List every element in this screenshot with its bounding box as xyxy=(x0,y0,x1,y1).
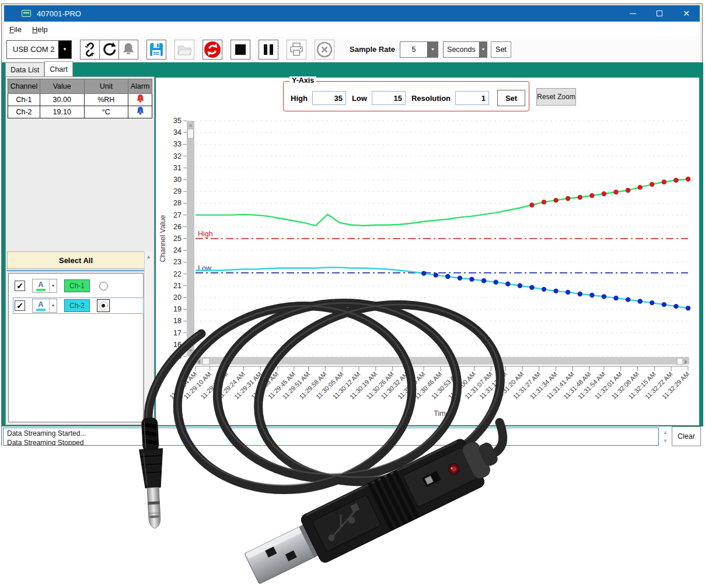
divider xyxy=(7,270,145,271)
led-indicator xyxy=(447,462,461,476)
status-row: Data Streaming Started... Data Streaming… xyxy=(2,426,703,446)
refresh-icon xyxy=(101,41,117,58)
minimize-icon xyxy=(630,13,636,14)
alarm-marker-ch-1 xyxy=(542,200,546,204)
y-tick-label: 17 xyxy=(173,329,182,337)
channel2-label-button[interactable]: Ch-2 xyxy=(64,299,90,312)
chevron-down-icon[interactable]: ▼ xyxy=(49,299,57,312)
channel1-visible-checkbox[interactable]: ✓ xyxy=(15,281,25,291)
sample-rate-unit-select[interactable]: Seconds ▼ xyxy=(443,41,487,58)
y-tick-label: 19 xyxy=(173,305,182,313)
alarm-marker-ch-1 xyxy=(589,193,594,198)
col-header-alarm: Alarm xyxy=(128,79,152,94)
select-all-button[interactable]: Select All xyxy=(7,251,145,269)
alarm-marker-ch-1 xyxy=(613,190,618,194)
channel1-color-picker[interactable]: A ▼ xyxy=(32,279,57,293)
y-tick-label: 21 xyxy=(173,282,182,290)
channel2-color-picker[interactable]: A ▼ xyxy=(32,299,57,313)
channel1-radio[interactable] xyxy=(99,282,108,290)
app-window: 407001-PRO ✕ File Help USB COM 2 ▼ xyxy=(1,4,703,446)
menu-file[interactable]: File xyxy=(4,24,27,35)
y-tick-label: 24 xyxy=(173,246,182,254)
main-content: Data List Chart Channel Value Unit Alarm… xyxy=(2,62,703,426)
sync-icon xyxy=(204,41,221,58)
channel-legend-list: ✓ A ▼ Ch-1 ✓ A ▼ Ch xyxy=(8,273,144,422)
save-button[interactable] xyxy=(146,40,166,60)
sample-rate-label: Sample Rate xyxy=(350,45,395,54)
scroll-thumb[interactable] xyxy=(677,358,683,365)
alarm-marker-ch-2 xyxy=(529,285,534,290)
chart-pane: Y-Axis High Low Resolution Set Reset Zoo… xyxy=(156,78,699,425)
sample-rate-unit: Seconds xyxy=(444,42,479,57)
minimize-button[interactable] xyxy=(619,5,646,22)
panel-scrollbar[interactable]: ▲ ▼ xyxy=(144,251,153,422)
maximize-button[interactable] xyxy=(646,5,673,22)
channel2-radio[interactable] xyxy=(99,302,108,310)
stop-button[interactable] xyxy=(231,40,250,60)
y-tick-label: 27 xyxy=(173,211,182,219)
alarm-marker-ch-1 xyxy=(578,195,582,200)
tab-chart[interactable]: Chart xyxy=(44,61,73,76)
alarm-bell-button[interactable] xyxy=(118,40,138,60)
scroll-thumb[interactable] xyxy=(188,129,194,138)
clear-button[interactable]: Clear xyxy=(672,426,701,446)
print-button[interactable] xyxy=(287,40,306,60)
series-line-ch-1 xyxy=(196,179,688,226)
pause-icon xyxy=(263,44,274,55)
vertical-scrollbar[interactable] xyxy=(187,121,194,356)
alarm-marker-ch-2 xyxy=(469,276,474,281)
usb-dongle xyxy=(240,428,506,588)
sample-rate-value-select[interactable]: 5 ▼ xyxy=(400,41,438,58)
open-file-button[interactable] xyxy=(174,40,194,60)
channel-value: 19.10 xyxy=(40,106,84,118)
com-port-select[interactable]: USB COM 2 ▼ xyxy=(6,40,72,59)
channel1-label-button[interactable]: Ch-1 xyxy=(64,279,90,292)
alarm-marker-ch-1 xyxy=(602,191,606,196)
sample-rate-set-button[interactable]: Set xyxy=(491,41,511,58)
pause-button[interactable] xyxy=(259,40,278,60)
close-button[interactable]: ✕ xyxy=(673,5,700,22)
disconnect-button[interactable] xyxy=(80,40,100,60)
alarm-marker-ch-1 xyxy=(529,202,534,207)
alarm-marker-ch-1 xyxy=(553,198,558,202)
alarm-marker-ch-2 xyxy=(434,272,438,277)
tab-data-list[interactable]: Data List xyxy=(5,62,44,76)
menu-help[interactable]: Help xyxy=(27,24,53,35)
table-row: Ch-1 30.00 %RH ↑ xyxy=(8,94,152,106)
sync-button[interactable] xyxy=(203,40,222,60)
alarm-marker-ch-1 xyxy=(650,182,654,187)
svg-text:↓: ↓ xyxy=(139,107,141,113)
horizontal-scrollbar[interactable] xyxy=(194,357,689,365)
y-tick-label: 32 xyxy=(173,152,182,160)
chevron-down-icon[interactable]: ▼ xyxy=(663,438,668,444)
chevron-down-icon[interactable]: ▼ xyxy=(49,279,57,292)
alarm-marker-ch-2 xyxy=(542,287,546,292)
y-tick-label: 22 xyxy=(173,270,182,278)
alarm-cell[interactable]: ↓ xyxy=(128,106,152,118)
alarm-marker-ch-2 xyxy=(493,280,498,285)
refresh-button[interactable] xyxy=(99,40,119,60)
chevron-down-icon[interactable]: ▼ xyxy=(146,414,151,420)
alarm-cell[interactable]: ↑ xyxy=(128,94,152,106)
y-tick-label: 28 xyxy=(173,199,182,207)
cancel-button[interactable] xyxy=(315,40,334,60)
alarm-marker-ch-1 xyxy=(637,185,642,190)
cancel-icon xyxy=(316,41,333,58)
chevron-down-icon[interactable]: ▼ xyxy=(479,42,487,57)
tab-strip: Data List Chart xyxy=(5,62,73,76)
alarm-marker-ch-2 xyxy=(458,275,462,280)
chevron-down-icon[interactable]: ▼ xyxy=(58,41,71,58)
chevron-up-icon[interactable]: ▲ xyxy=(146,254,151,260)
list-item: ✓ A ▼ Ch-1 xyxy=(13,278,143,293)
chevron-up-icon[interactable]: ▲ xyxy=(663,429,668,435)
high-alarm-bell-icon: ↑ xyxy=(135,94,145,104)
alarm-marker-ch-2 xyxy=(613,296,618,300)
channel2-visible-checkbox[interactable]: ✓ xyxy=(15,300,25,311)
status-scrollbar[interactable]: ▲ ▼ xyxy=(660,428,671,446)
scroll-thumb[interactable] xyxy=(203,358,210,365)
y-tick-label: 16 xyxy=(173,341,182,349)
disconnect-icon xyxy=(82,42,97,57)
folder-icon xyxy=(176,42,193,57)
chevron-down-icon[interactable]: ▼ xyxy=(427,42,438,57)
channel-unit: °C xyxy=(84,106,128,118)
